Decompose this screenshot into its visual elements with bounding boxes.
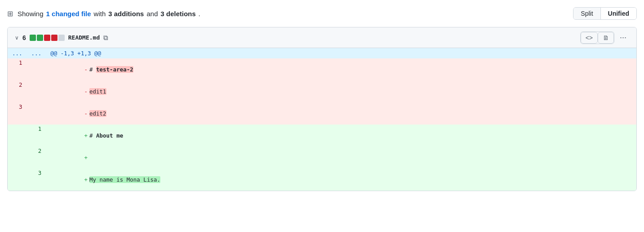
stat-block-1 — [30, 35, 36, 41]
split-view-button[interactable]: Split — [573, 8, 600, 19]
line-content: -# test-area-2 — [46, 58, 636, 80]
new-line-num — [27, 103, 46, 125]
new-line-num — [27, 58, 46, 80]
highlight-add: My name is Mona Lisa. — [89, 176, 160, 183]
diff-stat-bar — [30, 35, 65, 41]
hunk-new-dots: ... — [27, 48, 46, 58]
diff-table: ... ... @@ -1,3 +1,3 @@ 1 -# test-area-2… — [8, 48, 636, 191]
file-view-buttons: <> 🗎 — [580, 31, 614, 44]
table-row: 1 +# About me — [8, 125, 636, 147]
add-sign: + — [84, 154, 88, 161]
hunk-info: @@ -1,3 +1,3 @@ — [46, 48, 636, 58]
hunk-old-dots: ... — [8, 48, 27, 58]
line-content: -edit1 — [46, 80, 636, 103]
old-line-num[interactable]: 2 — [8, 80, 27, 103]
old-line-num — [8, 169, 27, 191]
table-row: 1 -# test-area-2 — [8, 58, 636, 80]
diff-container: ∨ 6 README.md ⧉ <> 🗎 ··· .. — [7, 27, 637, 191]
old-line-num[interactable]: 3 — [8, 103, 27, 125]
del-sign: - — [84, 66, 88, 73]
add-sign: + — [84, 176, 88, 183]
summary-end: . — [198, 10, 200, 18]
new-line-num[interactable]: 2 — [27, 147, 46, 169]
stat-block-3 — [44, 35, 50, 41]
old-line-num — [8, 125, 27, 147]
old-line-num — [8, 147, 27, 169]
view-code-button[interactable]: <> — [581, 32, 598, 44]
add-sign: + — [84, 132, 88, 139]
unified-view-button[interactable]: Unified — [601, 8, 636, 19]
del-sign: - — [84, 88, 88, 95]
view-toggle: Split Unified — [573, 7, 637, 20]
more-options-button[interactable]: ··· — [617, 31, 629, 44]
highlight-del: edit1 — [89, 88, 106, 95]
new-line-num[interactable]: 1 — [27, 125, 46, 147]
new-line-num[interactable]: 3 — [27, 169, 46, 191]
line-content: +# About me — [46, 125, 636, 147]
file-header-left: ∨ 6 README.md ⧉ — [15, 34, 108, 42]
line-text-prefix: # — [89, 132, 96, 139]
deletions-count: 3 deletions — [160, 10, 195, 18]
line-content: -edit2 — [46, 103, 636, 125]
stat-block-5 — [58, 35, 65, 41]
top-bar: ⊞ Showing 1 changed file with 3 addition… — [7, 7, 637, 20]
view-raw-button[interactable]: 🗎 — [598, 32, 614, 44]
change-count: 6 — [22, 34, 26, 41]
summary-text: ⊞ Showing 1 changed file with 3 addition… — [7, 9, 200, 18]
summary-and: and — [146, 10, 158, 18]
highlight-del: test-area-2 — [96, 66, 133, 73]
table-row: 3 -edit2 — [8, 103, 636, 125]
stat-block-4 — [51, 35, 57, 41]
table-row: 2 + — [8, 147, 636, 169]
line-text-prefix: # — [89, 66, 96, 73]
collapse-chevron-icon[interactable]: ∨ — [15, 35, 19, 41]
file-header-right: <> 🗎 ··· — [580, 31, 629, 44]
diff-stat-icon: ⊞ — [7, 9, 13, 18]
stat-block-2 — [37, 35, 43, 41]
line-content: +My name is Mona Lisa. — [46, 169, 636, 191]
highlight-del: edit2 — [89, 110, 106, 117]
filename: README.md — [68, 34, 100, 41]
table-row: 3 +My name is Mona Lisa. — [8, 169, 636, 191]
copy-path-icon[interactable]: ⧉ — [103, 34, 108, 42]
summary-with: with — [94, 10, 106, 18]
new-line-num — [27, 80, 46, 103]
file-header: ∨ 6 README.md ⧉ <> 🗎 ··· — [8, 27, 636, 48]
added-text: About me — [96, 132, 123, 139]
hunk-header-row: ... ... @@ -1,3 +1,3 @@ — [8, 48, 636, 58]
summary-showing: Showing — [18, 10, 44, 18]
table-row: 2 -edit1 — [8, 80, 636, 103]
additions-count: 3 additions — [108, 10, 144, 18]
del-sign: - — [84, 110, 88, 117]
line-content: + — [46, 147, 636, 169]
changed-file-link[interactable]: 1 changed file — [46, 10, 91, 18]
old-line-num[interactable]: 1 — [8, 58, 27, 80]
